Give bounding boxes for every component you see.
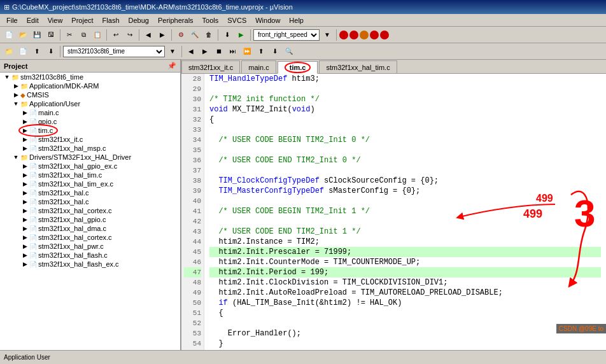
new-file-button[interactable]: 📄 <box>3 29 15 41</box>
debug-start-button[interactable]: ▶ <box>235 29 248 41</box>
menu-flash[interactable]: Flash <box>99 16 123 25</box>
t2-btn1[interactable]: 📁 <box>3 45 15 58</box>
tree-item-appUser[interactable]: ▼ 📁 Application/User <box>0 99 180 108</box>
tree-item-hal[interactable]: ▶ 📄 stm32f1xx_hal.c <box>0 188 180 197</box>
tab-timc[interactable]: tim.c <box>278 61 318 74</box>
t2-combo-arrow[interactable]: ▼ <box>166 45 179 58</box>
btn-r3[interactable] <box>370 31 379 39</box>
tree-item-mainc[interactable]: ▶ 📄 main.c <box>0 108 180 117</box>
t2-btn2[interactable]: 📄 <box>17 45 29 58</box>
tree-item-dma[interactable]: ▶ 📄 stm32f1xx_hal_dma.c <box>0 224 180 233</box>
menu-project[interactable]: Project <box>67 16 97 25</box>
tree-item-flash[interactable]: ▶ 📄 stm32f1xx_hal_flash.c <box>0 251 180 260</box>
t2-btn5[interactable]: ◀ <box>185 45 197 58</box>
tree-item-timc[interactable]: ▶ 📄 tim.c <box>0 126 180 135</box>
code-area[interactable]: 28 29 30 31 32 33 34 35 36 37 38 39 40 4… <box>181 74 606 350</box>
btn-r4[interactable] <box>380 31 389 39</box>
nav-fwd-button[interactable]: ▶ <box>156 29 169 41</box>
target-combo[interactable]: front_right_speed <box>253 29 320 41</box>
expand-mainc[interactable]: ▶ <box>20 109 29 116</box>
btn-r2[interactable] <box>349 31 358 39</box>
expand-flash-ex[interactable]: ▶ <box>20 261 29 267</box>
t2-btn6[interactable]: ▶ <box>199 45 211 58</box>
tree-label-appUser: Application/User <box>29 100 80 108</box>
menu-tools[interactable]: Tools <box>199 16 223 25</box>
tab-hal-tim[interactable]: stm32f1xx_hal_tim.c <box>319 60 397 73</box>
ln-36: 36 <box>184 155 201 165</box>
paste-button[interactable]: 📋 <box>91 29 104 41</box>
tree-item-appMdk[interactable]: ▶ 📁 Application/MDK-ARM <box>0 81 180 90</box>
expand-msp[interactable]: ▶ <box>20 145 29 151</box>
expand-cmsis[interactable]: ▶ <box>11 92 20 98</box>
tree-item-pwr[interactable]: ▶ 📄 stm32f1xx_hal_pwr.c <box>0 242 180 251</box>
undo-button[interactable]: ↩ <box>109 29 122 41</box>
t2-btn9[interactable]: ⏩ <box>241 45 253 58</box>
tree-item-cortex[interactable]: ▶ 📄 stm32f1xx_hal_cortex.c <box>0 206 180 215</box>
menu-window[interactable]: Window <box>251 16 284 25</box>
tree-item-cortex2[interactable]: ▶ 📄 stm32f1xx_hal_cortex.c <box>0 233 180 242</box>
expand-hal-gpio[interactable]: ▶ <box>20 216 29 223</box>
expand-pwr[interactable]: ▶ <box>20 243 29 249</box>
expand-dma[interactable]: ▶ <box>20 225 29 232</box>
expand-cortex2[interactable]: ▶ <box>20 234 29 241</box>
expand-hal[interactable]: ▶ <box>20 190 29 196</box>
open-button[interactable]: 📂 <box>17 29 29 41</box>
expand-appMdk[interactable]: ▶ <box>11 83 20 89</box>
menu-help[interactable]: Help <box>285 16 307 25</box>
expand-root[interactable]: ▼ <box>3 74 11 80</box>
download-button[interactable]: ⬇ <box>221 29 234 41</box>
expand-appUser[interactable]: ▼ <box>11 101 20 107</box>
copy-button[interactable]: ⧉ <box>77 29 90 41</box>
btn-g1[interactable] <box>360 31 369 39</box>
expand-gpio-ex[interactable]: ▶ <box>20 163 29 169</box>
expand-gpioc[interactable]: ▶ <box>20 118 29 125</box>
project-panel-pin[interactable]: 📌 <box>167 62 176 70</box>
tree-item-flash-ex[interactable]: ▶ 📄 stm32f1xx_hal_flash_ex.c <box>0 260 180 269</box>
t2-btn8[interactable]: ⏭ <box>227 45 239 58</box>
tab-it[interactable]: stm32f1xx_it.c <box>181 60 240 73</box>
expand-it[interactable]: ▶ <box>20 136 29 143</box>
t2-btn4[interactable]: ⬇ <box>45 45 57 58</box>
build-button[interactable]: ⚙ <box>174 29 187 41</box>
cut-button[interactable]: ✂ <box>63 29 76 41</box>
expand-hal2[interactable]: ▶ <box>20 199 29 205</box>
expand-hal-tim[interactable]: ▶ <box>20 172 29 178</box>
tree-item-hal-gpio[interactable]: ▶ 📄 stm32f1xx_hal_gpio.c <box>0 215 180 224</box>
menu-file[interactable]: File <box>3 16 22 25</box>
tree-item-hal-tim-ex[interactable]: ▶ 📄 stm32f1xx_hal_tim_ex.c <box>0 179 180 188</box>
tree-item-cmsis[interactable]: ▶ ◆ CMSIS <box>0 90 180 99</box>
expand-flash[interactable]: ▶ <box>20 252 29 258</box>
redo-button[interactable]: ↪ <box>123 29 136 41</box>
tree-item-driversHal[interactable]: ▼ 📁 Drivers/STM32F1xx_HAL_Driver <box>0 153 180 162</box>
menu-edit[interactable]: Edit <box>23 16 43 25</box>
tree-item-gpioc[interactable]: ▶ 📄 gpio.c <box>0 117 180 126</box>
expand-cortex[interactable]: ▶ <box>20 207 29 214</box>
t2-btn11[interactable]: ⬇ <box>269 45 281 58</box>
clean-button[interactable]: 🗑 <box>202 29 215 41</box>
project-combo[interactable]: stm32f103c8t6_time <box>63 46 165 57</box>
menu-debug[interactable]: Debug <box>125 16 153 25</box>
tree-item-hal-tim[interactable]: ▶ 📄 stm32f1xx_hal_tim.c <box>0 171 180 179</box>
expand-hal-tim-ex[interactable]: ▶ <box>20 181 29 187</box>
t2-btn10[interactable]: ⬆ <box>255 45 267 58</box>
nav-back-button[interactable]: ◀ <box>142 29 155 41</box>
tree-item-hal2[interactable]: ▶ 📄 stm32f1xx_hal.c <box>0 197 180 206</box>
expand-timc[interactable]: ▶ <box>20 127 29 134</box>
menu-svcs[interactable]: SVCS <box>223 16 250 25</box>
menu-peripherals[interactable]: Peripherals <box>154 16 197 25</box>
expand-driversHal[interactable]: ▼ <box>11 154 20 160</box>
menu-view[interactable]: View <box>44 16 67 25</box>
build-all-button[interactable]: 🔨 <box>188 29 201 41</box>
tree-item-root[interactable]: ▼ 📁 stm32f103c8t6_time <box>0 73 180 81</box>
tree-item-it[interactable]: ▶ 📄 stm32f1xx_it.c <box>0 135 180 144</box>
save-all-button[interactable]: 🖫 <box>45 29 57 41</box>
tab-main[interactable]: main.c <box>241 60 276 73</box>
target-options-button[interactable]: ▼ <box>321 29 334 41</box>
t2-btn12[interactable]: 🔍 <box>283 45 295 58</box>
tree-item-msp[interactable]: ▶ 📄 stm32f1xx_hal_msp.c <box>0 144 180 153</box>
save-button[interactable]: 💾 <box>31 29 43 41</box>
t2-btn3[interactable]: ⬆ <box>31 45 43 58</box>
tree-item-gpio-ex[interactable]: ▶ 📄 stm32f1xx_hal_gpio_ex.c <box>0 162 180 171</box>
btn-r1[interactable] <box>339 31 348 39</box>
t2-btn7[interactable]: ⏹ <box>213 45 225 58</box>
